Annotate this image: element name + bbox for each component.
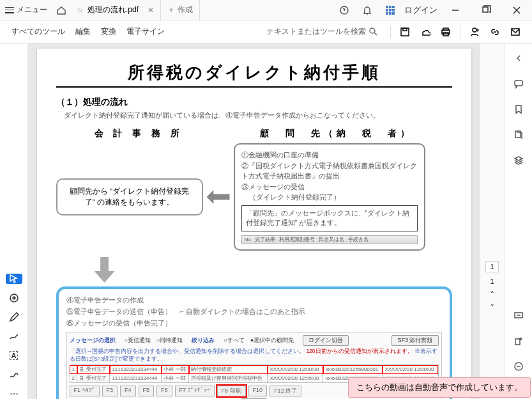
minus-icon	[513, 361, 524, 372]
step1: ①金融機関の口座の準備	[241, 150, 418, 160]
scroll-down[interactable]: ˅	[490, 304, 494, 312]
draw-tool[interactable]	[6, 331, 22, 341]
convert-tool[interactable]: 変換	[96, 24, 121, 40]
col-right-label: 顧 問 先（納 税 者）	[260, 128, 413, 139]
inner-message: 「顧問先」のメッセージボックスに、"ダイレクト納付登録完了通知" が届きます。	[241, 205, 418, 232]
tiny-header-bar: No 完了結果 利用者識別番号 氏名又は名 手続き名	[241, 235, 418, 244]
svg-rect-9	[512, 29, 519, 35]
more-icon: ⋯	[10, 389, 19, 399]
tab-title: 処理の流れ.pdf	[87, 4, 139, 15]
caption-banner: こちらの動画は自動音声で作成しています。	[348, 377, 531, 398]
new-tab-label: 作成	[178, 4, 193, 15]
text-icon: A	[10, 351, 19, 360]
doc-title: 所得税のダイレクト納付手順	[56, 61, 452, 88]
step5: ⑤電子申告データの送信（申告） ←自動ダイレクトの場合はこのあと指示	[66, 307, 442, 317]
login-label[interactable]: ログイン	[404, 4, 437, 16]
svg-point-2	[370, 28, 375, 33]
cloud-icon	[420, 27, 430, 37]
menu-label: メニュー	[17, 4, 47, 15]
chat-panel[interactable]	[512, 77, 526, 91]
plus-icon: ＋	[167, 4, 175, 15]
arrow-left-icon	[207, 190, 230, 204]
tab-close[interactable]: ✕	[148, 6, 154, 15]
save-button[interactable]	[397, 24, 413, 40]
cloud-button[interactable]	[418, 24, 433, 40]
star-icon: ☆	[77, 6, 84, 15]
more-tool[interactable]: ⋯	[6, 389, 22, 399]
help-button[interactable]	[335, 1, 353, 19]
cursor-icon	[9, 274, 19, 284]
chevron-icon	[513, 53, 524, 63]
step6: ⑥メッセージの受信（申告完了）	[66, 318, 442, 328]
page-current: 1	[490, 278, 494, 285]
tab-new[interactable]: ＋ 作成	[161, 0, 200, 20]
zoom-fit[interactable]	[512, 308, 526, 322]
svg-rect-11	[515, 81, 522, 86]
svg-rect-1	[483, 7, 488, 12]
step2: ②『国税ダイレクト方式電子納税依頼書兼国税ダイレクト方式電子納税届出書』の提出	[241, 160, 418, 182]
maximize-button[interactable]	[473, 1, 499, 19]
highlight-tool[interactable]	[6, 312, 22, 322]
sign-icon	[9, 370, 19, 380]
draw-icon	[9, 331, 19, 341]
section-heading: （１）処理の流れ	[56, 97, 452, 108]
edit-tool[interactable]: 編集	[70, 24, 96, 40]
comment-icon	[9, 293, 19, 303]
all-tools[interactable]: すべてのツール	[6, 24, 70, 40]
search-box[interactable]: テキストまたはツールを検索	[266, 26, 379, 37]
apps-button[interactable]	[381, 1, 399, 19]
scroll-up[interactable]: ˄	[490, 290, 494, 299]
mail-button[interactable]	[508, 24, 523, 40]
layers-panel[interactable]	[512, 153, 526, 168]
bookmark-panel[interactable]	[512, 102, 526, 116]
sign-tool[interactable]	[6, 370, 22, 380]
share-button[interactable]	[467, 24, 482, 40]
zoom-out[interactable]	[512, 359, 526, 373]
bell-button[interactable]	[358, 1, 376, 19]
col-left-label: 会 計 事 務 所	[95, 128, 184, 139]
home-button[interactable]	[52, 1, 70, 19]
rotate-icon	[513, 336, 524, 346]
step3: ③メッセージの受信	[241, 182, 418, 192]
right-steps-box: ①金融機関の口座の準備 ②『国税ダイレクト方式電子納税依頼書兼国税ダイレクト方式…	[234, 143, 425, 251]
minimize-icon	[450, 5, 460, 15]
print-button[interactable]	[438, 24, 453, 40]
page-thumb-1[interactable]: 1	[485, 261, 498, 272]
esign-tool[interactable]: 電子サイン	[121, 24, 170, 40]
rotate-button[interactable]	[512, 334, 526, 348]
cursor-tool[interactable]	[6, 274, 22, 284]
print-icon	[441, 27, 451, 37]
search-placeholder: テキストまたはツールを検索	[266, 26, 366, 37]
maximize-icon	[481, 5, 491, 15]
pages-icon	[513, 130, 524, 140]
svg-rect-3	[401, 28, 409, 36]
pages-panel[interactable]	[512, 128, 526, 142]
close-icon	[512, 5, 522, 15]
help-icon	[339, 5, 349, 15]
fit-icon	[513, 310, 524, 320]
minimize-button[interactable]	[443, 1, 468, 19]
svg-rect-4	[403, 28, 407, 31]
step3b: （ダイレクト納付登録完了）	[241, 192, 418, 203]
layers-icon	[513, 155, 524, 166]
svg-point-8	[473, 28, 476, 32]
link-icon	[490, 27, 500, 37]
chat-icon	[513, 79, 524, 89]
svg-rect-14	[515, 339, 520, 345]
text-tool[interactable]: A	[6, 350, 22, 361]
link-button[interactable]	[487, 24, 503, 40]
grid-icon	[386, 6, 395, 15]
menu-button[interactable]: メニュー	[0, 2, 52, 18]
step4: ④電子申告データの作成	[66, 295, 442, 305]
section-subtitle: ダイレクト納付登録完了通知が届いている場合は、④電子申告データ作成からおこなって…	[56, 111, 452, 120]
panel-toggle[interactable]	[512, 51, 526, 65]
close-button[interactable]	[504, 1, 529, 19]
pen-icon	[9, 312, 19, 322]
arrow-down-icon	[95, 257, 115, 283]
home-icon	[56, 5, 66, 15]
tab-current[interactable]: ☆ 処理の流れ.pdf ✕	[70, 0, 161, 20]
mail-icon	[510, 27, 521, 37]
left-callout: 顧問先から "ダイレクト納付登録完了" の連絡をもらいます。	[56, 178, 203, 216]
table-row: 1良 受付完了1111222233334444小林 一郎納付情報登録依頼XXXX…	[70, 365, 438, 374]
comment-tool[interactable]	[6, 293, 22, 303]
